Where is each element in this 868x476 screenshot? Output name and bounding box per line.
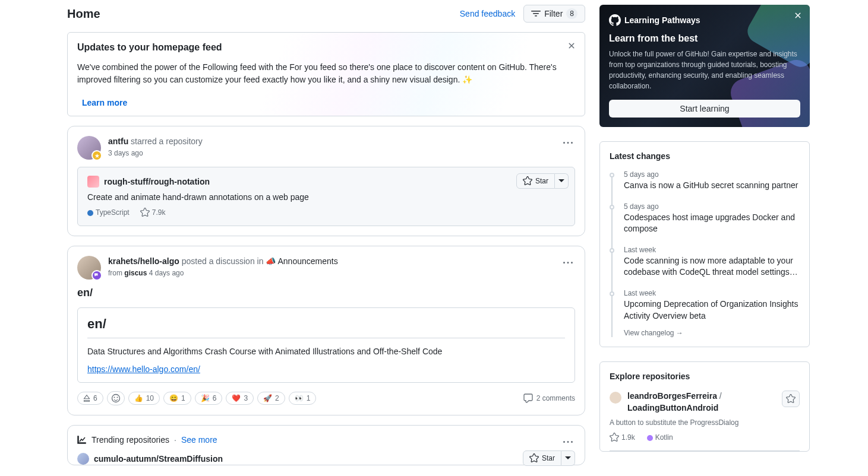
changelog-item[interactable]: 5 days ago Canva is now a GitHub secret … [610,170,800,192]
heart-reaction[interactable]: ❤️3 [226,392,254,405]
explore-repo-item: leandroBorgesFerreira / LoadingButtonAnd… [610,391,800,414]
repo-link[interactable]: cumulo-autumn/StreamDiffusion [94,454,223,464]
main-column: Home Send feedback Filter 8 Updates to y… [67,5,585,475]
star-dropdown-button[interactable] [561,450,575,466]
repo-subcard: rough-stuff/rough-notation Create and an… [77,167,575,226]
changelog-time: Last week [624,246,800,254]
heart-icon: ❤️ [232,394,241,402]
tada-reaction[interactable]: 🎉6 [195,392,223,405]
send-feedback-link[interactable]: Send feedback [460,9,515,18]
event-action: starred a repository [131,137,203,146]
notice-body: We've combined the power of the Followin… [77,61,575,86]
changelog-title: Codespaces host image upgrades Docker an… [624,212,800,235]
star-dropdown-button[interactable] [555,173,569,189]
page-header: Home Send feedback Filter 8 [67,5,585,23]
reactions-row: 6 👍10 😄1 🎉6 ❤️3 🚀2 👀1 2 comments [77,391,575,405]
kebab-menu-icon[interactable] [561,435,575,449]
svg-point-0 [112,395,119,402]
learn-more-link[interactable]: Learn more [77,94,132,111]
grin-reaction[interactable]: 😄1 [163,392,191,405]
kebab-menu-icon[interactable] [561,136,575,150]
language-dot-icon [647,435,653,441]
graph-icon [77,435,87,445]
comment-icon [523,394,533,403]
trending-header: Trending repositories · See more [77,435,575,445]
promo-title: Learn from the best [609,33,800,44]
repo-meta: TypeScript 7.9k [87,208,565,217]
comments-link[interactable]: 2 comments [523,394,575,403]
eyes-reaction[interactable]: 👀1 [289,392,317,405]
star-icon [610,433,619,442]
trending-label: Trending repositories [91,435,169,445]
smiley-icon [111,394,121,403]
star-button[interactable] [782,391,800,407]
start-learning-button[interactable]: Start learning [609,100,800,118]
close-icon[interactable] [566,40,577,52]
actor-link[interactable]: antfu [108,137,128,146]
filter-count-badge: 8 [566,8,577,19]
star-count[interactable]: 7.9k [140,208,166,217]
view-changelog-link[interactable]: View changelog → [610,329,683,337]
repo-avatar[interactable] [77,453,89,465]
see-more-link[interactable]: See more [181,435,217,445]
thumbs-up-reaction[interactable]: 👍10 [128,392,160,405]
discussion-badge-icon [91,270,102,281]
from-repo-link[interactable]: giscus [124,269,147,277]
repo-description: Create and animate hand-drawn annotation… [87,192,565,202]
star-count[interactable]: 1.9k [610,433,635,442]
upvote-icon [83,395,90,402]
eyes-icon: 👀 [295,394,304,402]
discussion-category[interactable]: Announcements [277,256,337,266]
upvote-button[interactable]: 6 [77,392,103,405]
close-icon[interactable] [793,11,803,22]
repo-avatar[interactable] [87,176,99,188]
star-button[interactable]: Star [523,450,561,466]
changelog-item[interactable]: Last week Code scanning is now more adap… [610,246,800,278]
latest-changes-card: Latest changes 5 days ago Canva is now a… [599,141,810,347]
tada-icon: 🎉 [201,394,210,402]
changelog-item[interactable]: Last week Upcoming Deprecation of Organi… [610,289,800,322]
feed-card-star: ★ antfu starred a repository 3 days ago … [67,126,585,236]
avatar[interactable] [77,256,101,280]
thumbs-up-icon: 👍 [134,394,143,402]
star-button-group: Star [516,173,569,189]
star-icon [523,176,532,186]
changelog-time: 5 days ago [624,170,800,179]
event-line: antfu starred a repository [108,136,203,148]
explore-repo-meta: 1.9k Kotlin [610,433,800,442]
filter-button[interactable]: Filter 8 [523,5,585,23]
changelog-title: Code scanning is now more adaptable to y… [624,255,800,278]
explore-repositories-card: Explore repositories leandroBorgesFerrei… [599,361,810,452]
chevron-down-icon [558,179,564,183]
avatar[interactable]: ★ [77,136,101,160]
actor-link[interactable]: krahets/hello-algo [108,256,179,266]
avatar[interactable] [610,392,621,404]
learning-pathways-promo: Learning Pathways Learn from the best Un… [599,5,810,127]
explore-repo-desc: A button to substitute the ProgressDialo… [610,418,800,427]
discussion-inner-title: en/ [87,316,565,338]
kebab-menu-icon[interactable] [561,256,575,270]
changelog-title: Canva is now a GitHub secret scanning pa… [624,180,800,192]
github-mark-icon [609,14,621,26]
add-reaction-button[interactable] [107,391,125,405]
changelog-item[interactable]: 5 days ago Codespaces host image upgrade… [610,202,800,235]
language-label: TypeScript [96,208,130,217]
filter-label: Filter [544,9,563,18]
discussion-body: Data Structures and Algorithms Crash Cou… [87,347,565,356]
promo-logo: Learning Pathways [609,14,800,26]
explore-repo-link[interactable]: leandroBorgesFerreira / LoadingButtonAnd… [627,391,722,414]
language-label: Kotlin [655,433,673,442]
star-icon [140,208,150,217]
explore-title: Explore repositories [610,372,800,381]
rocket-reaction[interactable]: 🚀2 [257,392,285,405]
svg-point-2 [116,397,118,398]
star-icon [786,394,796,404]
discussion-link[interactable]: https://www.hello-algo.com/en/ [87,364,200,374]
star-button[interactable]: Star [516,173,555,189]
star-icon [529,453,539,463]
discussion-title[interactable]: en/ [77,287,575,299]
repo-link[interactable]: rough-stuff/rough-notation [104,177,210,186]
megaphone-icon: 📣 [266,256,276,266]
page-title: Home [67,7,460,21]
changelog-title: Upcoming Deprecation of Organization Ins… [624,299,800,322]
